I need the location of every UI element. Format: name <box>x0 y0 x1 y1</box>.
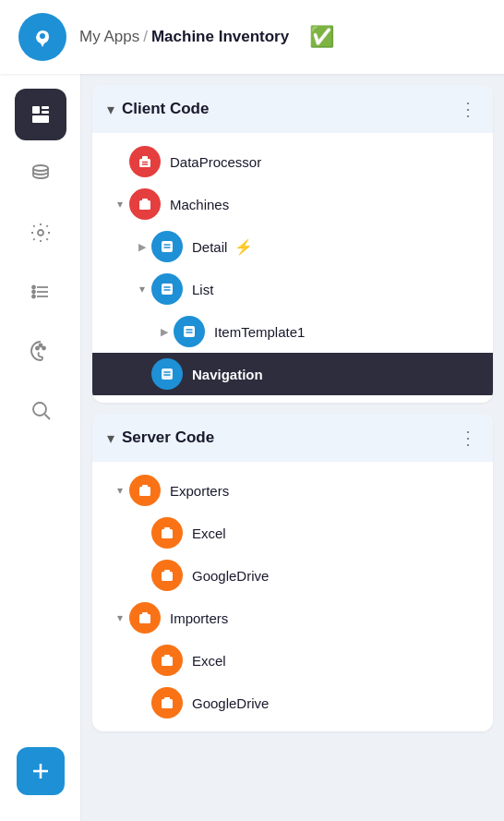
svg-rect-24 <box>139 200 150 210</box>
svg-point-14 <box>42 347 45 350</box>
server-code-menu-icon[interactable]: ⋮ <box>459 427 478 449</box>
server-code-chevron: ▾ <box>107 429 114 447</box>
machines-icon <box>129 188 161 220</box>
tree-item-navigation[interactable]: Navigation <box>92 353 493 395</box>
sidebar-item-database[interactable] <box>15 148 66 199</box>
client-code-menu-icon[interactable]: ⋮ <box>459 98 478 120</box>
app-logo[interactable] <box>18 13 66 61</box>
svg-rect-25 <box>142 199 148 201</box>
svg-rect-29 <box>162 284 173 295</box>
importers-googledrive-chevron <box>133 694 151 712</box>
exporters-googledrive-icon <box>151 560 183 591</box>
tree-item-importers-googledrive[interactable]: GoogleDrive <box>92 682 493 724</box>
exporters-chevron: ▾ <box>111 481 129 500</box>
exporters-googledrive-label: GoogleDrive <box>192 568 269 584</box>
detail-chevron: ▶ <box>133 237 151 256</box>
tree-item-exporters[interactable]: ▾ Exporters <box>92 469 493 512</box>
tree-item-exporters-excel[interactable]: Excel <box>92 512 493 554</box>
list-label: List <box>192 282 213 297</box>
svg-point-16 <box>33 403 46 416</box>
detail-label: Detail <box>192 239 227 255</box>
detail-icon <box>151 231 183 262</box>
exporters-excel-chevron <box>133 524 151 542</box>
server-code-section: ▾ Server Code ⋮ ▾ Exporters <box>92 414 493 731</box>
server-code-title: Server Code <box>122 429 214 447</box>
sidebar-item-palette[interactable] <box>15 325 66 377</box>
client-code-tree: DataProcessor ▾ Machines ▶ <box>92 133 493 403</box>
client-code-header-left: ▾ Client Code <box>107 100 209 118</box>
svg-rect-21 <box>142 156 148 160</box>
svg-line-17 <box>44 415 50 420</box>
svg-point-11 <box>32 291 35 294</box>
svg-rect-20 <box>139 159 150 167</box>
tree-item-dataprocessor[interactable]: DataProcessor <box>92 140 493 183</box>
list-chevron: ▾ <box>133 280 151 298</box>
sidebar-item-search[interactable] <box>15 384 66 436</box>
exporters-googledrive-chevron <box>133 566 151 585</box>
svg-point-15 <box>39 344 42 347</box>
sidebar-item-settings[interactable] <box>15 207 66 259</box>
main-layout: ▾ Client Code ⋮ <box>0 74 504 821</box>
add-button[interactable] <box>17 747 65 795</box>
svg-rect-43 <box>164 570 170 573</box>
server-code-header[interactable]: ▾ Server Code ⋮ <box>92 414 493 462</box>
svg-rect-4 <box>32 115 49 123</box>
sidebar-item-list[interactable] <box>15 266 66 318</box>
itemtemplate1-label: ItemTemplate1 <box>214 324 305 340</box>
tree-item-machines[interactable]: ▾ Machines <box>92 183 493 225</box>
svg-point-12 <box>32 296 35 298</box>
client-code-title: Client Code <box>122 100 209 118</box>
svg-rect-49 <box>164 697 170 700</box>
server-code-header-left: ▾ Server Code <box>107 429 214 447</box>
importers-excel-chevron <box>133 651 151 670</box>
svg-rect-26 <box>162 241 173 252</box>
dataprocessor-label: DataProcessor <box>170 154 261 170</box>
client-code-chevron: ▾ <box>107 101 114 118</box>
svg-rect-1 <box>32 106 40 114</box>
server-code-tree: ▾ Exporters <box>92 462 493 731</box>
exporters-excel-icon <box>151 517 183 549</box>
tree-item-detail[interactable]: ▶ Detail ⚡ <box>92 225 493 268</box>
exporters-excel-label: Excel <box>192 525 226 541</box>
navigation-chevron <box>133 365 151 383</box>
machines-chevron: ▾ <box>111 195 129 213</box>
svg-rect-38 <box>139 487 150 496</box>
importers-excel-icon <box>151 645 183 676</box>
sidebar-item-layout[interactable] <box>15 89 66 140</box>
svg-rect-44 <box>139 614 150 623</box>
tree-item-itemtemplate1[interactable]: ▶ ItemTemplate1 <box>92 310 493 353</box>
sidebar <box>0 74 81 821</box>
svg-rect-48 <box>162 699 173 708</box>
svg-point-10 <box>32 286 35 289</box>
svg-rect-45 <box>142 612 148 615</box>
tree-item-importers[interactable]: ▾ Importers <box>92 597 493 639</box>
dataprocessor-chevron <box>111 152 129 171</box>
detail-extra-icon: ⚡ <box>234 238 253 256</box>
svg-rect-39 <box>142 485 148 488</box>
tree-item-list[interactable]: ▾ List <box>92 268 493 310</box>
app-header: My Apps / Machine Inventory ✅ <box>0 0 504 74</box>
client-code-section: ▾ Client Code ⋮ <box>92 85 493 403</box>
svg-rect-42 <box>162 572 173 581</box>
importers-chevron: ▾ <box>111 609 129 627</box>
client-code-header[interactable]: ▾ Client Code ⋮ <box>92 85 493 133</box>
tree-item-importers-excel[interactable]: Excel <box>92 639 493 682</box>
list-icon <box>151 273 183 305</box>
itemtemplate1-chevron: ▶ <box>155 322 174 341</box>
svg-point-0 <box>40 33 45 39</box>
importers-icon <box>129 602 161 634</box>
machines-label: Machines <box>170 197 229 212</box>
svg-point-6 <box>38 230 43 235</box>
svg-rect-41 <box>164 527 170 530</box>
svg-rect-47 <box>164 655 170 658</box>
breadcrumb-my-apps[interactable]: My Apps <box>79 28 139 46</box>
svg-rect-3 <box>42 111 49 114</box>
svg-rect-32 <box>184 326 195 337</box>
navigation-label: Navigation <box>192 367 263 382</box>
importers-googledrive-icon <box>151 687 183 718</box>
svg-rect-35 <box>162 368 173 380</box>
breadcrumb-separator: / <box>143 28 148 46</box>
tree-item-exporters-googledrive[interactable]: GoogleDrive <box>92 554 493 597</box>
exporters-label: Exporters <box>170 483 229 499</box>
status-check-icon: ✅ <box>309 25 334 49</box>
